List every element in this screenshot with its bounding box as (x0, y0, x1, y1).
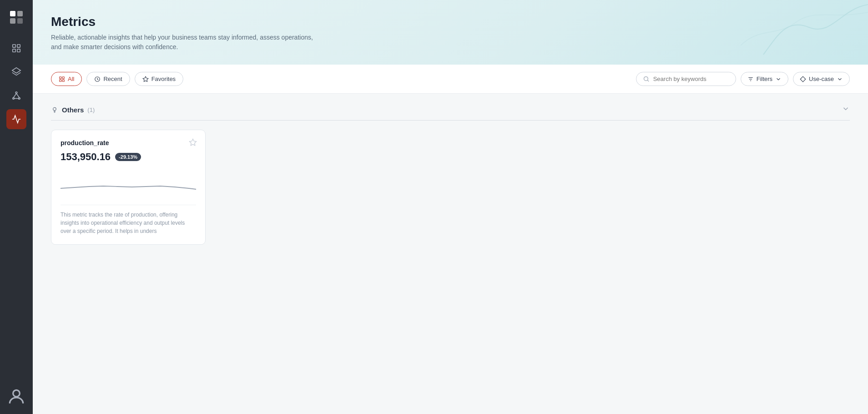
all-label: All (68, 76, 74, 82)
sidebar-item-layers[interactable] (6, 62, 26, 82)
metric-value: 153,950.16 (61, 151, 111, 163)
diamond-icon (800, 76, 806, 82)
chevron-down-icon (775, 76, 782, 82)
clock-icon (94, 76, 101, 82)
all-filter-button[interactable]: All (51, 72, 82, 86)
section-name: Others (62, 106, 84, 114)
svg-rect-4 (13, 45, 15, 47)
svg-point-15 (13, 390, 20, 397)
metric-card[interactable]: production_rate 153,950.16 -29.13% This … (51, 130, 206, 245)
svg-rect-0 (10, 11, 15, 16)
star-icon (142, 76, 149, 82)
section-collapse-button[interactable] (842, 105, 850, 115)
search-icon (643, 76, 650, 82)
svg-marker-32 (190, 139, 197, 146)
svg-rect-2 (10, 18, 15, 24)
sidebar-item-dashboard[interactable] (6, 38, 26, 58)
page-subtitle: Reliable, actionable insights that help … (51, 33, 324, 52)
header-banner: Metrics Reliable, actionable insights th… (33, 0, 868, 65)
sidebar (0, 0, 33, 414)
user-avatar[interactable] (6, 387, 26, 407)
svg-rect-18 (60, 80, 61, 81)
svg-rect-17 (62, 76, 64, 78)
filters-label: Filters (757, 76, 772, 82)
recent-filter-button[interactable]: Recent (86, 72, 130, 86)
svg-point-9 (15, 92, 17, 94)
svg-line-12 (14, 93, 16, 97)
card-divider (61, 205, 196, 205)
metric-name: production_rate (61, 139, 196, 146)
metric-description: This metric tracks the rate of productio… (61, 211, 196, 235)
metric-chart (61, 170, 196, 197)
svg-marker-27 (800, 76, 806, 82)
svg-marker-8 (12, 68, 20, 73)
search-box[interactable] (636, 72, 736, 86)
main-content: Metrics Reliable, actionable insights th… (33, 0, 868, 414)
usecase-dropdown-button[interactable]: Use-case (793, 72, 850, 86)
recent-label: Recent (103, 76, 122, 82)
metric-value-row: 153,950.16 -29.13% (61, 151, 196, 163)
svg-rect-5 (17, 45, 20, 47)
filters-dropdown-button[interactable]: Filters (741, 72, 788, 86)
svg-rect-16 (60, 76, 61, 78)
favorites-label: Favorites (151, 76, 176, 82)
svg-rect-6 (13, 49, 15, 52)
chevron-down-icon-2 (837, 76, 843, 82)
grid-icon (59, 76, 65, 82)
svg-rect-1 (17, 11, 23, 16)
metric-badge: -29.13% (115, 153, 141, 161)
page-title: Metrics (51, 15, 850, 29)
svg-rect-7 (17, 49, 20, 52)
svg-marker-21 (143, 76, 148, 81)
svg-point-28 (53, 107, 56, 111)
section-count: (1) (87, 106, 95, 113)
sidebar-item-nodes[interactable] (6, 86, 26, 106)
favorite-star-button[interactable] (189, 138, 197, 148)
toolbar: All Recent Favorites (33, 65, 868, 94)
section-title: Others (1) (51, 106, 95, 114)
cards-grid: production_rate 153,950.16 -29.13% This … (51, 130, 850, 245)
bulb-icon (51, 106, 58, 113)
favorites-filter-button[interactable]: Favorites (135, 72, 183, 86)
sidebar-item-metrics[interactable] (6, 109, 26, 129)
content-area: Others (1) production_rate 153,950.16 (33, 94, 868, 414)
svg-point-22 (644, 77, 648, 81)
svg-line-13 (16, 93, 19, 97)
svg-line-23 (647, 80, 649, 81)
filter-icon (747, 76, 754, 82)
search-input[interactable] (653, 76, 729, 82)
section-header: Others (1) (51, 105, 850, 121)
svg-rect-3 (17, 18, 23, 24)
app-logo (6, 7, 26, 27)
usecase-label: Use-case (809, 76, 834, 82)
svg-rect-19 (62, 80, 64, 81)
